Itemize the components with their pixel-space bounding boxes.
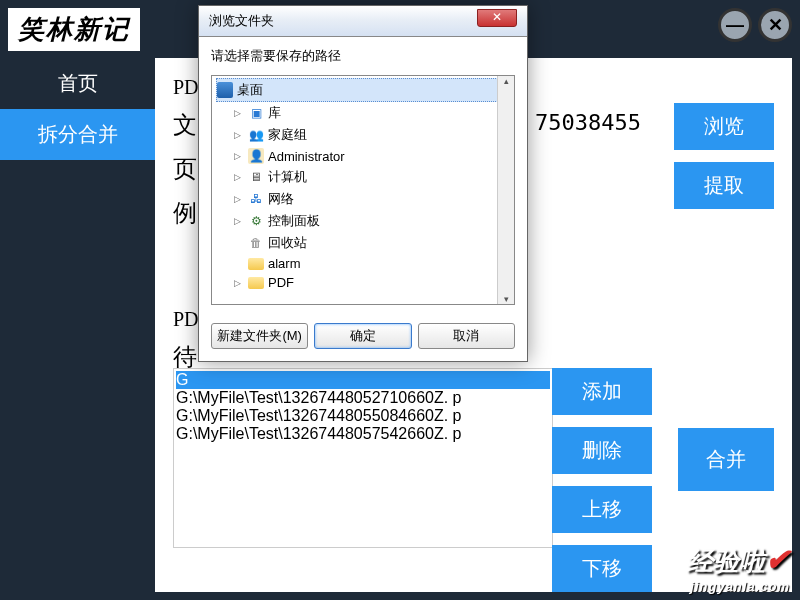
top-button-column: 浏览 提取: [674, 103, 774, 209]
tree-label: PDF: [268, 275, 294, 290]
expand-icon[interactable]: ▷: [234, 194, 244, 204]
sidebar: 首页 拆分合并: [0, 58, 155, 160]
tree-label: 家庭组: [268, 126, 307, 144]
tree-scrollbar[interactable]: [497, 76, 514, 304]
sidebar-item-split-merge[interactable]: 拆分合并: [0, 109, 155, 160]
tree-label: 计算机: [268, 168, 307, 186]
check-icon: ✔: [765, 543, 790, 576]
tree-label: 桌面: [237, 81, 263, 99]
folder-tree[interactable]: 桌面 ▷ ▣ 库 ▷ 👥 家庭组 ▷ 👤 Adm: [211, 75, 515, 305]
app-window: 笑林新记 — ✕ 首页 拆分合并 PD 文 页 例 75038455 浏览 提取…: [0, 0, 800, 600]
dialog-instruction: 请选择需要保存的路径: [211, 47, 515, 65]
new-folder-button[interactable]: 新建文件夹(M): [211, 323, 308, 349]
tree-item-user[interactable]: ▷ 👤 Administrator: [216, 146, 510, 166]
sidebar-item-home[interactable]: 首页: [0, 58, 155, 109]
ok-button[interactable]: 确定: [314, 323, 411, 349]
computer-icon: 🖥: [248, 169, 264, 185]
move-up-button[interactable]: 上移: [552, 486, 652, 533]
tree-item-homegroup[interactable]: ▷ 👥 家庭组: [216, 124, 510, 146]
merge-button[interactable]: 合并: [678, 428, 774, 491]
move-down-button[interactable]: 下移: [552, 545, 652, 592]
dialog-close-button[interactable]: ✕: [477, 9, 517, 27]
expand-icon[interactable]: ▷: [234, 108, 244, 118]
add-button[interactable]: 添加: [552, 368, 652, 415]
tree-item-folder-alarm[interactable]: alarm: [216, 254, 510, 273]
tree-item-desktop[interactable]: 桌面: [216, 78, 510, 102]
app-logo: 笑林新记: [8, 8, 140, 51]
tree-item-network[interactable]: ▷ 🖧 网络: [216, 188, 510, 210]
desktop-icon: [217, 82, 233, 98]
browse-button[interactable]: 浏览: [674, 103, 774, 150]
list-item[interactable]: G:\MyFile\Test\13267448052710660Z. p: [176, 389, 550, 407]
expand-icon[interactable]: ▷: [234, 172, 244, 182]
browse-folder-dialog: 浏览文件夹 ✕ 请选择需要保存的路径 桌面 ▷ ▣ 库: [198, 5, 528, 362]
tree-item-recycle-bin[interactable]: 🗑 回收站: [216, 232, 510, 254]
extract-button[interactable]: 提取: [674, 162, 774, 209]
expand-icon[interactable]: ▷: [234, 151, 244, 161]
expand-icon[interactable]: ▷: [234, 130, 244, 140]
tree-item-libraries[interactable]: ▷ ▣ 库: [216, 102, 510, 124]
tree-label: 网络: [268, 190, 294, 208]
network-icon: 🖧: [248, 191, 264, 207]
close-button[interactable]: ✕: [758, 8, 792, 42]
tree-item-control-panel[interactable]: ▷ ⚙ 控制面板: [216, 210, 510, 232]
dialog-titlebar[interactable]: 浏览文件夹 ✕: [199, 6, 527, 37]
watermark: 经验啦✔ jingyanla.com: [687, 542, 790, 594]
folder-icon: [248, 258, 264, 270]
watermark-text: 经验啦✔: [687, 542, 790, 579]
tree-label: 库: [268, 104, 281, 122]
delete-button[interactable]: 删除: [552, 427, 652, 474]
control-panel-icon: ⚙: [248, 213, 264, 229]
path-fragment: 75038455: [535, 110, 641, 135]
dialog-body: 请选择需要保存的路径 桌面 ▷ ▣ 库 ▷ 👥: [199, 37, 527, 315]
watermark-url: jingyanla.com: [687, 579, 790, 594]
dialog-title-text: 浏览文件夹: [209, 12, 274, 30]
tree-item-computer[interactable]: ▷ 🖥 计算机: [216, 166, 510, 188]
list-item[interactable]: G:\MyFile\Test\13267448057542660Z. p: [176, 425, 550, 443]
expand-icon[interactable]: ▷: [234, 216, 244, 226]
tree-label: alarm: [268, 256, 301, 271]
list-item[interactable]: G: [176, 371, 550, 389]
folder-icon: [248, 277, 264, 289]
mid-button-column: 添加 删除 上移 下移: [552, 368, 652, 592]
file-list[interactable]: G G:\MyFile\Test\13267448052710660Z. p G…: [173, 368, 553, 548]
list-item[interactable]: G:\MyFile\Test\13267448055084660Z. p: [176, 407, 550, 425]
window-controls: — ✕: [718, 8, 792, 42]
tree-label: Administrator: [268, 149, 345, 164]
tree-label: 回收站: [268, 234, 307, 252]
expand-icon[interactable]: ▷: [234, 278, 244, 288]
library-icon: ▣: [248, 105, 264, 121]
tree-item-folder-pdf[interactable]: ▷ PDF: [216, 273, 510, 292]
homegroup-icon: 👥: [248, 127, 264, 143]
tree-label: 控制面板: [268, 212, 320, 230]
minimize-button[interactable]: —: [718, 8, 752, 42]
cancel-button[interactable]: 取消: [418, 323, 515, 349]
dialog-buttons: 新建文件夹(M) 确定 取消: [199, 315, 527, 361]
user-icon: 👤: [248, 148, 264, 164]
recycle-bin-icon: 🗑: [248, 235, 264, 251]
